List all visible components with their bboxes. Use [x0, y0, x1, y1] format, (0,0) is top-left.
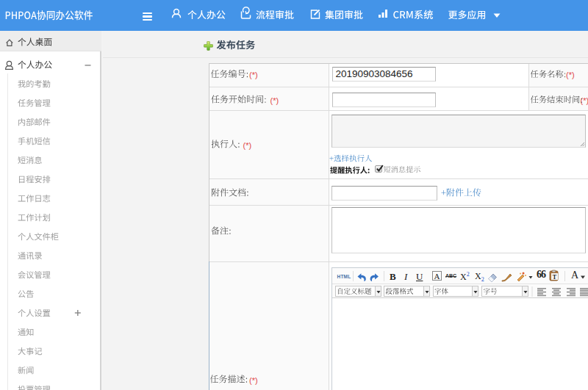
svg-text:T: T	[553, 274, 557, 281]
